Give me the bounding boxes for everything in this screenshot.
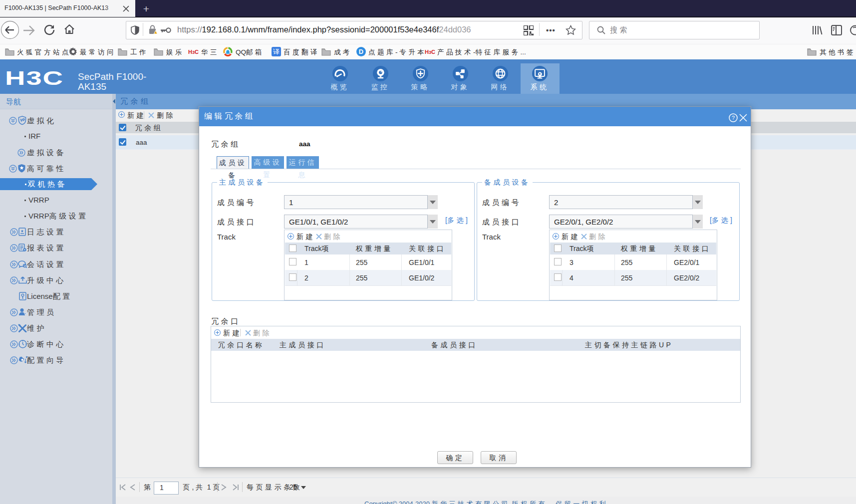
- svg-text:?: ?: [732, 115, 735, 121]
